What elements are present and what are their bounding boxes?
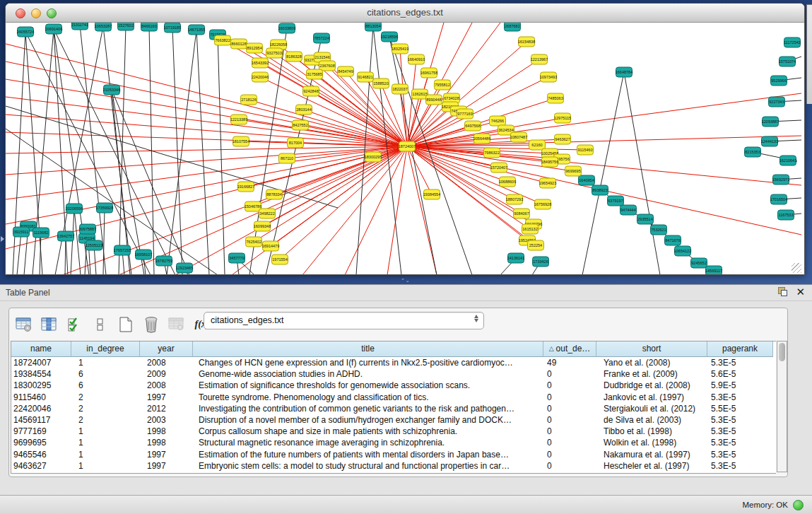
column-header-year[interactable]: year (140, 341, 193, 357)
cell-year[interactable]: 2008 (140, 357, 193, 368)
graph-node[interactable]: 22420046 (252, 72, 269, 82)
graph-node[interactable]: 252254 (528, 240, 544, 250)
graph-node[interactable]: 7532621 (651, 225, 667, 235)
cell-year[interactable]: 2003 (140, 414, 193, 426)
graph-node[interactable]: 14136141 (507, 253, 524, 263)
cell-in_degree[interactable]: 1 (71, 426, 140, 437)
graph-node[interactable]: 20564486 (473, 134, 490, 144)
table-scrollbar[interactable] (777, 341, 787, 472)
graph-node[interactable]: 9529966 (771, 76, 787, 86)
cell-out_de[interactable]: 0 (543, 426, 596, 437)
window-resize-grip[interactable] (792, 263, 801, 273)
graph-node[interactable]: 746266 (490, 116, 506, 126)
graph-node[interactable]: 8813054 (365, 23, 382, 31)
graph-node[interactable]: 12213967 (531, 54, 548, 64)
graph-node[interactable]: 9327503 (266, 48, 283, 58)
graph-node[interactable]: 18495756 (541, 157, 558, 167)
cell-short[interactable]: de Silva et al. (2003) (596, 414, 707, 426)
graph-node[interactable]: 15751074 (779, 57, 796, 66)
graph-node[interactable]: 18807293 (506, 194, 523, 204)
cell-title[interactable]: Estimation of the future numbers of pati… (193, 449, 543, 460)
graph-node[interactable]: 16961758 (420, 68, 437, 78)
graph-node[interactable]: 16640910 (408, 54, 425, 64)
cell-title[interactable]: Structural magnetic resonance image aver… (193, 437, 543, 448)
cell-year[interactable]: 1997 (140, 392, 193, 403)
graph-node[interactable]: 10807487 (510, 132, 527, 142)
graph-node[interactable]: 817004 (288, 138, 304, 148)
table-selector-combobox[interactable]: citations_edges.txt (204, 312, 484, 329)
unselect-all-icon[interactable] (90, 314, 111, 335)
graph-node[interactable]: 12975115 (554, 113, 571, 123)
cell-in_degree[interactable]: 1 (71, 437, 140, 448)
red-edge[interactable] (407, 94, 420, 146)
cell-short[interactable]: Jankovic et al. (1997) (596, 392, 707, 403)
cell-short[interactable]: Tibbo et al. (1998) (596, 426, 707, 437)
graph-node[interactable]: 1588520 (373, 78, 389, 88)
graph-node[interactable]: 9463627 (555, 134, 571, 144)
graph-node[interactable]: 2935514 (637, 214, 654, 224)
graph-node[interactable]: 3915911 (13, 227, 30, 237)
cell-pagerank[interactable]: 5.3E-5 (707, 426, 773, 437)
column-header-title[interactable]: title (193, 341, 543, 357)
cell-title[interactable]: Disruption of a novel member of a sodium… (193, 414, 543, 426)
cell-year[interactable]: 1998 (140, 426, 193, 437)
table-row[interactable]: 2242004622012Investigating the contribut… (11, 403, 776, 414)
red-edge[interactable] (175, 146, 407, 274)
graph-node[interactable]: 8912954 (247, 43, 263, 53)
graph-node[interactable]: 2718126 (241, 95, 257, 105)
graph-node[interactable]: 8471676 (665, 235, 681, 245)
table-row[interactable]: 946554611997Estimation of the future num… (11, 449, 776, 460)
graph-node[interactable]: 10653287 (95, 23, 112, 31)
graph-node[interactable]: 16033809 (278, 23, 295, 33)
graph-node[interactable]: 20206596 (66, 204, 83, 214)
graph-node[interactable]: 19384554 (423, 189, 440, 199)
graph-node[interactable]: 18325419 (392, 44, 408, 54)
graph-node[interactable]: 10973493 (540, 72, 557, 82)
graph-node[interactable]: 9115460 (577, 145, 594, 155)
graph-node[interactable]: 17359928 (96, 203, 113, 213)
graph-node[interactable]: 13942757 (57, 231, 74, 241)
float-window-icon[interactable] (778, 287, 787, 296)
cell-out_de[interactable]: 0 (543, 392, 596, 403)
cell-out_de[interactable]: 0 (543, 449, 596, 460)
cell-short[interactable]: Yano et al. (2008) (596, 357, 707, 368)
splitter-handle[interactable]: ⌃⌄ (401, 278, 411, 284)
cell-name[interactable]: 18300295 (11, 380, 71, 391)
table-mode-icon[interactable] (13, 314, 35, 335)
graph-node[interactable]: 19654923 (539, 178, 556, 188)
black-edge[interactable] (65, 236, 66, 274)
cell-name[interactable]: 14569117 (11, 414, 71, 426)
cell-short[interactable]: Stergiakouli et al. (2012) (596, 403, 707, 414)
graph-node[interactable]: 7857224 (314, 33, 330, 43)
graph-node[interactable]: 1640954 (579, 175, 595, 185)
table-row[interactable]: 969969511998Structural magnetic resonanc… (11, 437, 776, 448)
cell-name[interactable]: 19384554 (11, 368, 71, 380)
graph-node[interactable]: 8990448 (426, 95, 442, 105)
graph-node[interactable]: 1733426 (533, 257, 549, 267)
table-row[interactable]: 1456911722003Disruption of a novel membe… (11, 414, 776, 426)
cell-short[interactable]: Hescheler et al. (1997) (596, 460, 707, 472)
graph-node[interactable]: 3175685 (307, 69, 323, 79)
red-edge[interactable] (6, 146, 407, 224)
black-edge[interactable] (103, 208, 105, 274)
graph-node[interactable]: 17016504 (770, 194, 787, 204)
cell-in_degree[interactable]: 2 (71, 414, 140, 426)
table-row[interactable]: 946362711997Embryonic stem cells: a mode… (11, 460, 776, 472)
red-edge[interactable] (280, 146, 407, 259)
cell-pagerank[interactable]: 5.9E-5 (707, 380, 773, 391)
graph-node[interactable]: 2803144 (296, 105, 312, 115)
cell-pagerank[interactable]: 5.6E-5 (707, 368, 773, 380)
graph-node[interactable]: 7955812 (435, 80, 451, 90)
column-header-pagerank[interactable]: pagerank (707, 341, 773, 357)
graph-node[interactable]: 19166827 (237, 182, 254, 192)
graph-node[interactable]: 9227343 (769, 97, 785, 107)
black-edge[interactable] (167, 30, 196, 274)
graph-node[interactable]: 16543392 (252, 58, 269, 68)
graph-node[interactable]: 21311741 (71, 23, 88, 30)
graph-node[interactable]: 17957255 (114, 245, 131, 255)
graph-node[interactable]: 8878334 (266, 189, 283, 199)
cell-out_de[interactable]: 0 (543, 414, 596, 426)
column-header-name[interactable]: name (11, 341, 71, 357)
graph-node[interactable]: 20691406 (45, 24, 62, 34)
graph-node[interactable]: 9474444 (620, 205, 637, 215)
